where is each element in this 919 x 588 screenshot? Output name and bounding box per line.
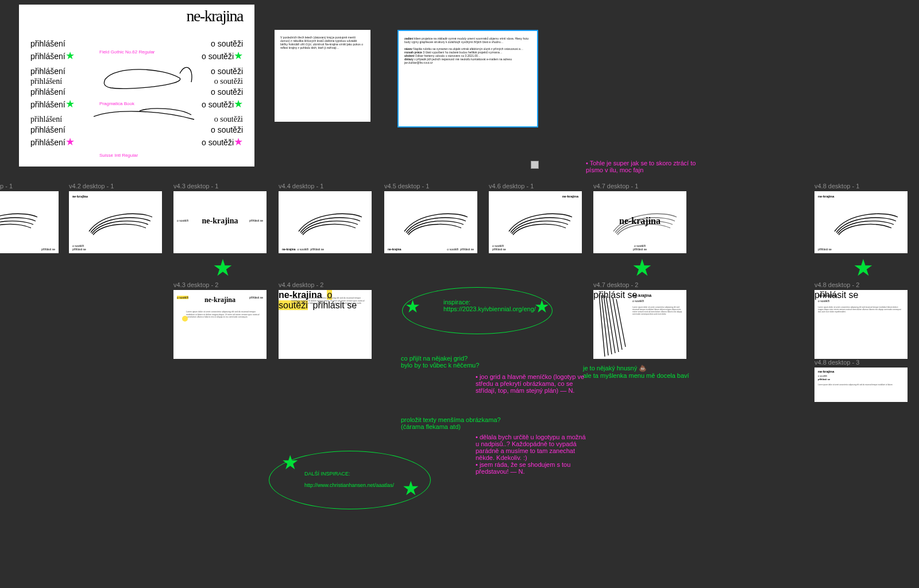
text-panel-1[interactable]: V posledních třech letech (datovaný kraj…	[275, 30, 370, 122]
frame-label: v4.3 desktop - 1	[173, 183, 218, 189]
frame-label: v4.7 desktop - 2	[593, 281, 638, 288]
frame-v43-2[interactable]: o soutěži ne-krajina přihlásit se Lorem …	[173, 290, 267, 359]
frame-v42[interactable]: ne-krajina o soutěžipřihlásit se	[69, 191, 162, 253]
frame-label: v4.7 desktop - 1	[593, 183, 638, 189]
frame-v48-3[interactable]: ne-krajina o soutěži přihlásit se Lorem …	[814, 368, 908, 402]
star-icon: ★	[281, 451, 299, 474]
note-grid-a[interactable]: • joo grid a hlavně meníčko (logotyp ve …	[476, 373, 585, 394]
note-jeto[interactable]: je to nějaký hnusný 💩 ale ta myšlenka me…	[583, 365, 715, 379]
star-icon: ★	[534, 296, 550, 316]
sample-left: přihlášení	[30, 39, 65, 48]
star-icon: ★	[213, 254, 233, 281]
frame-v45[interactable]: ne-krajina o soutěži přihlásit se	[384, 191, 477, 253]
frame-label: p - 1	[0, 183, 13, 189]
frame-label: v4.6 desktop - 1	[489, 183, 534, 189]
sample-right: o soutěži	[211, 39, 243, 48]
star-icon: ★	[405, 296, 420, 316]
text-panel-2[interactable]: zadání titlem projekce na základě vyzmé …	[397, 30, 538, 127]
frame-label: v4.8 desktop - 3	[814, 359, 859, 366]
font-tag-1: Field Gothic No.62 Regular	[99, 49, 155, 55]
star-icon: ★	[402, 477, 419, 500]
frame-label: v4.3 desktop - 2	[173, 281, 218, 288]
frame-v44-2[interactable]: Lorem ipsum dolor sit amet consectetur a…	[279, 290, 372, 359]
frame-label: v4.8 desktop - 2	[814, 281, 859, 288]
star-icon: ★	[632, 254, 652, 281]
frame-v44[interactable]: ne-krajina o soutěži přihlásit se	[279, 191, 372, 253]
note-grid-q[interactable]: co přijít na nějakej grid? bylo by to vů…	[401, 355, 479, 369]
frame-label: v4.5 desktop - 1	[384, 183, 429, 189]
frame-label: v4.4 desktop - 1	[279, 183, 323, 189]
note-dals[interactable]: DALŠÍ INSPIRACE:http://www.christianhans…	[304, 471, 394, 488]
frame-v48[interactable]: ne-krajina přihlásit se	[814, 191, 908, 253]
frame-label: v4.8 desktop - 1	[814, 183, 859, 189]
star-icon: ★	[853, 254, 874, 281]
comment-top[interactable]: • Tohle je super jak se to skoro ztrácí …	[586, 160, 701, 173]
note-inspiration[interactable]: inspirace:https://2023.kyivbiennial.org/…	[443, 299, 536, 312]
sketch-scribble	[94, 62, 197, 131]
frame-v47[interactable]: ne-krajina o soutěžipřihlásit se	[593, 191, 686, 253]
frame-label: v4.2 desktop - 1	[69, 183, 114, 189]
frame-p1[interactable]: přihlásit se	[0, 191, 59, 253]
frame-label: v4.4 desktop - 2	[279, 281, 323, 288]
frame-v46[interactable]: ne-krajina o soutěžipřihlásit se	[489, 191, 582, 253]
font-sample-card: ne-krajina Field Gothic No.62 Regular Pr…	[19, 5, 254, 167]
frame-v48-2[interactable]: ne-krajina o soutěži Lorem ipsum dolor s…	[814, 290, 908, 359]
frame-v47-2[interactable]: ne-krajina o soutěži Lorem ipsum dolor s…	[593, 290, 686, 359]
note-imgs-a[interactable]: • dělala bych určitě u logotypu a možná …	[476, 434, 590, 475]
logo-text: ne-krajina	[187, 7, 244, 25]
note-imgs-q[interactable]: proložit texty menšíma obrázkama? (čáram…	[401, 416, 501, 430]
font-tag-3: Suisse Intl Regular	[99, 153, 138, 158]
frame-v43[interactable]: o soutěži ne-krajina přihlásit se	[173, 191, 267, 253]
checkbox-icon[interactable]	[531, 161, 539, 169]
